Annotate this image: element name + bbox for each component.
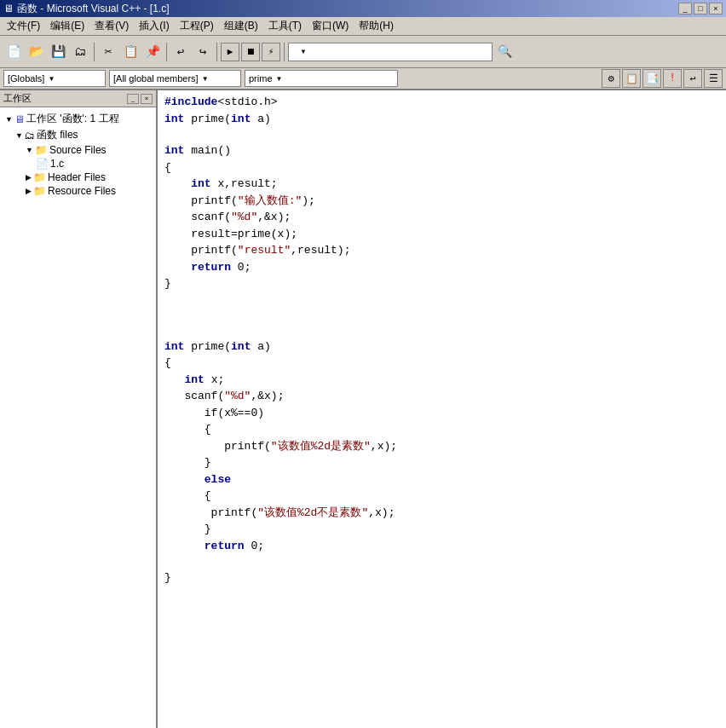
open-button[interactable]: 📂: [26, 42, 46, 62]
redo-button[interactable]: ↪: [193, 42, 213, 62]
menu-file[interactable]: 文件(F): [2, 17, 45, 35]
nav-icon-6[interactable]: ☰: [704, 69, 723, 88]
tree-header-expand: ▶: [26, 173, 32, 182]
save-button[interactable]: 💾: [48, 42, 68, 62]
project-icon: 🗂: [25, 130, 35, 142]
function-label: prime: [249, 73, 273, 84]
menu-project[interactable]: 工程(P): [175, 17, 219, 35]
globals-dropdown[interactable]: [Globals] ▼: [3, 70, 106, 87]
code-line-11: return 0;: [164, 259, 719, 276]
file-1c-label: 1.c: [50, 158, 64, 170]
resource-files-label: Resource Files: [48, 185, 116, 197]
tree-project[interactable]: ▼ 🗂 函数 files: [2, 127, 154, 143]
save-all-button[interactable]: 🗂: [70, 42, 90, 62]
menu-insert[interactable]: 插入(I): [134, 17, 174, 35]
tree-resource-files[interactable]: ▶ 📁 Resource Files: [2, 184, 154, 198]
close-button[interactable]: ×: [709, 3, 723, 14]
nav-icon-1[interactable]: ⚙: [602, 69, 620, 88]
config-dropdown[interactable]: ▼: [288, 43, 493, 61]
globals-label: [Globals]: [8, 73, 44, 84]
tree-header-files[interactable]: ▶ 📁 Header Files: [2, 170, 154, 184]
tree-source-files[interactable]: ▼ 📁 Source Files: [2, 143, 154, 157]
tree-file-1c[interactable]: 📄 1.c: [2, 157, 154, 170]
tree-workspace-expand: ▼: [5, 115, 13, 124]
tree-resource-expand: ▶: [26, 187, 32, 195]
header-folder-icon: 📁: [33, 171, 46, 183]
code-line-21: {: [164, 421, 719, 438]
minimize-button[interactable]: _: [678, 3, 692, 14]
sidebar-minimize[interactable]: _: [127, 94, 139, 104]
toolbar-separator-1: [94, 43, 95, 61]
undo-button[interactable]: ↩: [170, 42, 191, 62]
code-line-16: int prime(int a): [164, 338, 719, 355]
members-dropdown[interactable]: [All global members] ▼: [109, 70, 241, 87]
nav-icons: ⚙ 📋 📑 ! ↩ ☰: [602, 69, 723, 88]
workspace-icon: 🖥: [14, 113, 25, 125]
code-line-24: else: [164, 471, 719, 488]
code-line-27: }: [164, 521, 719, 538]
menu-build[interactable]: 组建(B): [219, 17, 263, 35]
new-button[interactable]: 📄: [3, 42, 24, 62]
function-arrow: ▼: [276, 75, 283, 83]
toolbar-separator-2: [166, 43, 167, 61]
nav-icon-5[interactable]: ↩: [683, 69, 702, 88]
menu-edit[interactable]: 编辑(E): [45, 17, 89, 35]
code-line-9: result=prime(x);: [164, 226, 719, 243]
cut-button[interactable]: ✂: [98, 42, 118, 62]
stop-button[interactable]: ⏹: [241, 43, 260, 61]
code-line-28: return 0;: [164, 538, 719, 555]
code-line-5: {: [164, 159, 719, 176]
code-line-20: if(x%==0): [164, 405, 719, 422]
workspace-label: 工作区 '函数': 1 工程: [26, 112, 119, 126]
find-button[interactable]: 🔍: [494, 42, 515, 62]
build-button[interactable]: ▶: [221, 43, 239, 61]
sidebar: 工作区 _ × ▼ 🖥 工作区 '函数': 1 工程 ▼ 🗂 函数 files …: [0, 90, 158, 728]
code-editor[interactable]: #include<stdio.h> int prime(int a) int m…: [158, 90, 726, 728]
menu-window[interactable]: 窗口(W): [307, 17, 354, 35]
nav-icon-3[interactable]: 📑: [642, 69, 661, 88]
code-line-12: }: [164, 275, 719, 292]
code-line-26: printf("该数值%2d不是素数",x);: [164, 505, 719, 522]
code-line-2: int prime(int a): [164, 111, 719, 128]
code-line-19: scanf("%d",&x);: [164, 388, 719, 405]
sidebar-header: 工作区 _ ×: [0, 90, 156, 107]
resource-folder-icon: 📁: [33, 185, 46, 197]
code-line-10: printf("result",result);: [164, 242, 719, 259]
menu-bar: 文件(F) 编辑(E) 查看(V) 插入(I) 工程(P) 组建(B) 工具(T…: [0, 17, 726, 36]
code-line-14: [164, 308, 719, 323]
title-bar: 🖥 函数 - Microsoft Visual C++ - [1.c] _ □ …: [0, 0, 726, 17]
source-files-label: Source Files: [49, 144, 107, 156]
menu-help[interactable]: 帮助(H): [354, 17, 399, 35]
toolbar-separator-4: [284, 43, 285, 61]
copy-button[interactable]: 📋: [120, 42, 141, 62]
menu-tools[interactable]: 工具(T): [263, 17, 307, 35]
code-line-15: [164, 323, 719, 338]
members-arrow: ▼: [202, 75, 209, 83]
sidebar-close[interactable]: ×: [141, 94, 153, 104]
sidebar-title: 工作区: [3, 92, 32, 105]
tree-source-expand: ▼: [26, 146, 33, 154]
nav-icon-4[interactable]: !: [663, 69, 682, 88]
file-1c-icon: 📄: [36, 158, 49, 170]
title-bar-controls[interactable]: _ □ ×: [678, 3, 723, 14]
members-label: [All global members]: [113, 73, 199, 84]
source-folder-icon: 📁: [35, 144, 48, 156]
nav-icon-2[interactable]: 📋: [622, 69, 641, 88]
project-label: 函数 files: [37, 128, 78, 142]
paste-button[interactable]: 📌: [142, 42, 163, 62]
app-icon: 🖥: [3, 3, 14, 14]
run-button[interactable]: ⚡: [262, 43, 280, 61]
code-line-29: [164, 554, 719, 569]
menu-view[interactable]: 查看(V): [89, 17, 134, 35]
function-dropdown[interactable]: prime ▼: [245, 70, 398, 87]
maximize-button[interactable]: □: [694, 3, 707, 14]
code-line-25: {: [164, 488, 719, 505]
toolbar: 📄 📂 💾 🗂 ✂ 📋 📌 ↩ ↪ ▶ ⏹ ⚡ ▼ 🔍: [0, 36, 726, 68]
code-line-23: }: [164, 454, 719, 471]
title-bar-text: 函数 - Microsoft Visual C++ - [1.c]: [17, 2, 170, 16]
header-files-label: Header Files: [48, 171, 106, 183]
code-line-6: int x,result;: [164, 176, 719, 193]
tree-project-expand: ▼: [15, 131, 23, 140]
tree-workspace[interactable]: ▼ 🖥 工作区 '函数': 1 工程: [2, 111, 154, 127]
code-line-8: scanf("%d",&x);: [164, 209, 719, 226]
